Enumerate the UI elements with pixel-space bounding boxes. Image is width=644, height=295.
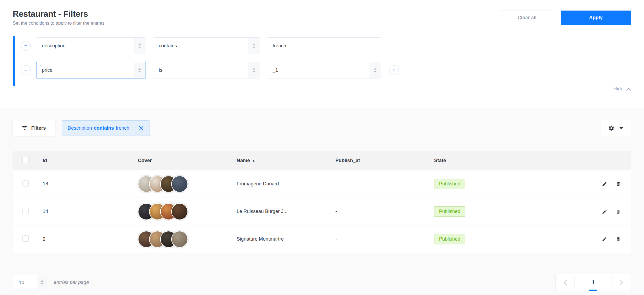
trash-icon bbox=[616, 209, 621, 214]
tag-field: Description bbox=[68, 125, 92, 131]
page-number[interactable]: 1 bbox=[575, 274, 612, 291]
divider bbox=[134, 124, 134, 132]
edit-button[interactable] bbox=[601, 208, 608, 215]
cell-name: Signature Montmartre bbox=[237, 236, 335, 242]
column-header-cover[interactable]: Cover bbox=[138, 158, 237, 163]
list-toolbar: Filters Description contains french bbox=[13, 120, 631, 136]
select-arrows-icon bbox=[369, 62, 381, 78]
close-icon bbox=[139, 126, 144, 130]
select-all-checkbox[interactable] bbox=[22, 157, 29, 163]
select-arrows-icon bbox=[248, 38, 260, 54]
list-footer: 10 entries per page 1 bbox=[13, 274, 631, 291]
filter-builder: − description contains french − price bbox=[13, 37, 631, 92]
cell-publish-at: - bbox=[335, 181, 434, 187]
column-header-publish-at[interactable]: Publish_at bbox=[335, 158, 434, 163]
table-row[interactable]: 14 Le Ruisseau Burger J... - Published bbox=[13, 198, 631, 225]
filter-condition-row: − price is _1 + bbox=[21, 62, 631, 78]
minus-icon: − bbox=[24, 67, 28, 73]
settings-dropdown-button[interactable] bbox=[601, 120, 631, 136]
remove-filter-button[interactable]: − bbox=[21, 65, 31, 75]
chevron-right-icon bbox=[620, 280, 623, 285]
pencil-icon bbox=[602, 237, 607, 242]
row-checkbox[interactable] bbox=[22, 235, 29, 242]
filter-operator-value: is bbox=[159, 67, 162, 73]
status-badge: Published bbox=[434, 234, 465, 244]
cell-publish-at: - bbox=[335, 236, 434, 242]
status-badge: Published bbox=[434, 206, 465, 217]
page-size-select[interactable]: 10 bbox=[13, 275, 48, 290]
filter-field-select[interactable]: description bbox=[36, 37, 146, 54]
sort-asc-icon: ▲ bbox=[252, 159, 255, 162]
chevron-down-icon bbox=[619, 127, 623, 129]
table-row[interactable]: 18 Fromagerie Danard - Published bbox=[13, 170, 631, 198]
chevron-up-icon bbox=[626, 87, 631, 91]
cell-id: 2 bbox=[43, 236, 138, 242]
cover-photo bbox=[171, 231, 188, 248]
hide-filters-link[interactable]: Hide bbox=[13, 86, 631, 92]
entries-table: Id Cover Name▲ Publish_at State 18 Froma… bbox=[13, 151, 631, 253]
filter-value-text: french bbox=[273, 43, 286, 49]
active-filter-tag[interactable]: Description contains french bbox=[62, 120, 150, 136]
column-header-name[interactable]: Name▲ bbox=[237, 158, 335, 163]
cover-images bbox=[138, 231, 237, 248]
clear-all-button[interactable]: Clear all bbox=[500, 11, 554, 25]
cell-name: Fromagerie Danard bbox=[237, 181, 335, 187]
pagination: 1 bbox=[555, 274, 631, 291]
cell-name: Le Ruisseau Burger J... bbox=[237, 209, 335, 214]
filter-icon bbox=[22, 126, 27, 130]
filter-field-select[interactable]: price bbox=[36, 62, 146, 78]
active-page-indicator bbox=[589, 290, 597, 291]
filters-button[interactable]: Filters bbox=[13, 120, 55, 136]
filters-panel: Restaurant - Filters Set the conditions … bbox=[0, 0, 644, 108]
cover-images bbox=[138, 203, 237, 220]
entries-per-page-label: entries per page bbox=[54, 280, 89, 285]
cover-images bbox=[138, 176, 237, 192]
filter-field-value: price bbox=[42, 67, 52, 73]
column-header-id[interactable]: Id bbox=[43, 158, 138, 163]
page-subtitle: Set the conditions to apply to filter th… bbox=[13, 21, 104, 26]
cell-id: 18 bbox=[43, 181, 138, 187]
delete-button[interactable] bbox=[615, 181, 621, 187]
chevron-left-icon bbox=[563, 280, 567, 285]
hide-label: Hide bbox=[613, 86, 623, 92]
remove-filter-button[interactable]: − bbox=[21, 41, 31, 51]
delete-button[interactable] bbox=[615, 208, 621, 215]
edit-button[interactable] bbox=[601, 181, 608, 187]
filter-group-indicator bbox=[13, 36, 15, 86]
plus-icon: + bbox=[392, 67, 396, 73]
filter-value-input[interactable]: french bbox=[267, 37, 381, 54]
page-title: Restaurant - Filters bbox=[13, 9, 104, 19]
gear-icon bbox=[608, 125, 615, 131]
minus-icon: − bbox=[24, 43, 28, 48]
table-row[interactable]: 2 Signature Montmartre - Published bbox=[13, 225, 631, 253]
select-arrows-icon bbox=[37, 276, 47, 289]
previous-page-button[interactable] bbox=[556, 274, 574, 291]
filter-operator-select[interactable]: contains bbox=[153, 37, 260, 54]
filter-value-text: _1 bbox=[273, 67, 278, 73]
pencil-icon bbox=[602, 181, 607, 187]
add-filter-button[interactable]: + bbox=[389, 65, 399, 75]
next-page-button[interactable] bbox=[612, 274, 631, 291]
edit-button[interactable] bbox=[601, 236, 608, 242]
row-checkbox[interactable] bbox=[22, 208, 29, 214]
page-size-value: 10 bbox=[19, 280, 24, 286]
apply-button[interactable]: Apply bbox=[561, 11, 631, 25]
select-arrows-icon bbox=[134, 63, 145, 78]
row-checkbox[interactable] bbox=[22, 180, 29, 186]
trash-icon bbox=[616, 237, 621, 242]
cell-id: 14 bbox=[43, 209, 138, 214]
tag-operator: contains bbox=[94, 125, 114, 131]
tag-value: french bbox=[116, 125, 129, 131]
pencil-icon bbox=[602, 209, 607, 214]
filter-value-select[interactable]: _1 bbox=[267, 62, 381, 78]
filter-operator-select[interactable]: is bbox=[153, 62, 260, 78]
column-header-state[interactable]: State bbox=[434, 158, 586, 163]
filter-condition-row: − description contains french bbox=[21, 37, 631, 54]
status-badge: Published bbox=[434, 179, 465, 189]
table-header-row: Id Cover Name▲ Publish_at State bbox=[13, 151, 631, 170]
cover-photo bbox=[171, 176, 188, 192]
list-view-content: Filters Description contains french Id C… bbox=[0, 120, 644, 291]
select-arrows-icon bbox=[248, 62, 260, 78]
delete-button[interactable] bbox=[615, 236, 621, 242]
remove-tag-button[interactable] bbox=[138, 125, 144, 131]
